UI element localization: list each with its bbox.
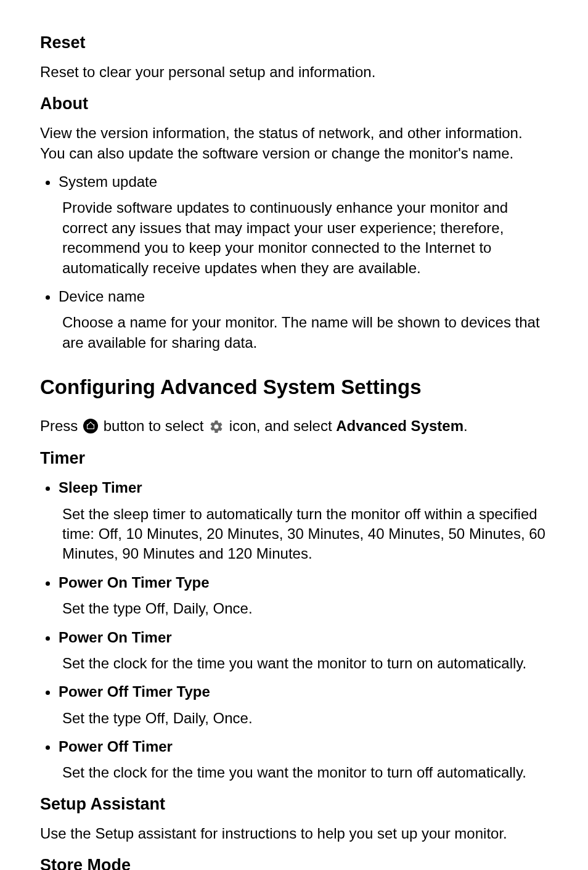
item-label: System update — [59, 172, 548, 192]
setup-heading: Setup Assistant — [40, 793, 548, 815]
item-label: Power Off Timer Type — [59, 682, 548, 702]
list-item: Power Off Timer Type Set the type Off, D… — [59, 682, 548, 728]
text-fragment: button to select — [104, 417, 208, 434]
list-item: System update Provide software updates t… — [59, 172, 548, 278]
item-desc: Set the clock for the time you want the … — [62, 763, 548, 782]
reset-body: Reset to clear your personal setup and i… — [40, 62, 548, 82]
home-icon — [83, 419, 98, 433]
store-heading: Store Mode — [40, 854, 548, 870]
text-fragment: icon, and select — [229, 417, 336, 434]
item-desc: Set the sleep timer to automatically tur… — [62, 504, 548, 564]
config-instruction: Press button to select icon, and select … — [40, 415, 548, 437]
about-body: View the version information, the status… — [40, 123, 548, 163]
item-label: Sleep Timer — [59, 478, 548, 498]
timer-list: Sleep Timer Set the sleep timer to autom… — [40, 478, 548, 783]
text-bold: Advanced System — [336, 417, 463, 434]
config-heading: Configuring Advanced System Settings — [40, 374, 548, 401]
list-item: Power Off Timer Set the clock for the ti… — [59, 737, 548, 783]
item-label: Power On Timer — [59, 628, 548, 647]
about-heading: About — [40, 92, 548, 115]
text-fragment: Press — [40, 417, 82, 434]
setup-body: Use the Setup assistant for instructions… — [40, 824, 548, 843]
text-fragment: . — [463, 417, 468, 434]
item-desc: Set the clock for the time you want the … — [62, 654, 548, 673]
list-item: Power On Timer Type Set the type Off, Da… — [59, 573, 548, 619]
list-item: Sleep Timer Set the sleep timer to autom… — [59, 478, 548, 564]
item-desc: Provide software updates to continuously… — [62, 198, 548, 278]
reset-heading: Reset — [40, 31, 548, 54]
item-label: Power On Timer Type — [59, 573, 548, 593]
item-desc: Set the type Off, Daily, Once. — [62, 708, 548, 728]
item-desc: Choose a name for your monitor. The name… — [62, 313, 548, 353]
timer-heading: Timer — [40, 447, 548, 469]
item-label: Device name — [59, 287, 548, 306]
item-desc: Set the type Off, Daily, Once. — [62, 599, 548, 618]
item-label: Power Off Timer — [59, 737, 548, 757]
list-item: Device name Choose a name for your monit… — [59, 287, 548, 353]
list-item: Power On Timer Set the clock for the tim… — [59, 628, 548, 674]
gear-icon — [209, 419, 224, 434]
about-list: System update Provide software updates t… — [40, 172, 548, 353]
